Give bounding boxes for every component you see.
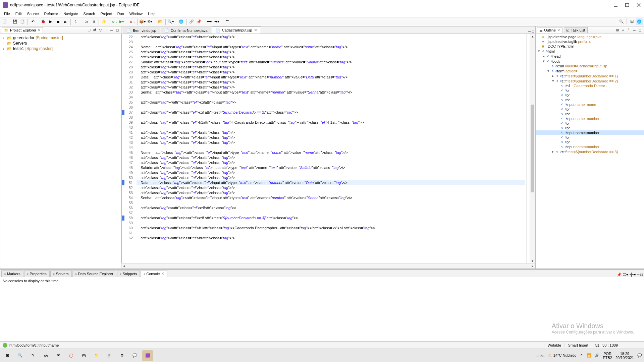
minimize-view-icon[interactable]: ─ [637, 273, 640, 277]
close-icon[interactable]: ✕ [38, 28, 41, 33]
links-label[interactable]: Links [536, 354, 544, 358]
open-type-icon[interactable]: 📂 [157, 18, 164, 25]
scroll-down-icon[interactable]: ▾ [530, 258, 535, 263]
open-perspective-icon[interactable]: 田 [629, 18, 635, 25]
outline-item[interactable]: < >br [536, 140, 644, 144]
menu-source[interactable]: Source [24, 11, 42, 16]
menu-file[interactable]: File [1, 11, 13, 16]
step-button[interactable]: ⏭ [62, 18, 69, 25]
outline-item[interactable]: < >h1 : Cadatrando Diretor... [536, 83, 644, 88]
eclipse-taskbar-icon[interactable]: 🟪 [142, 350, 153, 361]
outline-tab[interactable]: ☰ Outline ✕ [537, 27, 562, 33]
outline-item[interactable]: < >c:url value=/CadastrarInput.jsp [536, 64, 644, 68]
outline-menu-icon[interactable]: ⋮ [626, 28, 631, 33]
editor-maximize-icon[interactable]: □ [532, 29, 534, 34]
outline-item[interactable]: < >br [536, 93, 644, 98]
explorer-icon[interactable]: 📁 [91, 350, 102, 361]
discord-icon[interactable]: 🎮 [78, 350, 89, 361]
outline-item[interactable]: ▸< >c:if test=${numberDeclarado == 3} [536, 149, 644, 154]
editor-tab[interactable]: 📄CadastrarInput.jsp✕ [212, 26, 261, 34]
external-tools-dropdown[interactable]: ⭘▾ [129, 18, 136, 25]
search-taskbar-icon[interactable]: 🔍 [15, 350, 25, 361]
outline-item[interactable]: < >input name=number [536, 116, 644, 121]
project-item[interactable]: ›📂gerenciador [Spring master] [0, 35, 121, 41]
java-ee-perspective-icon[interactable]: 🌐 [636, 18, 643, 25]
link-editor-icon[interactable]: ⇄ [92, 28, 97, 33]
minimize-button[interactable] [613, 2, 619, 8]
close-button[interactable] [636, 2, 641, 8]
new-button[interactable]: 📄 [1, 18, 8, 25]
outline-item[interactable]: < >br [536, 135, 644, 140]
scroll-right-icon[interactable]: ▸ [530, 263, 535, 268]
new-java-dropdown[interactable]: 📦▾ [139, 18, 146, 25]
maximize-view-icon[interactable]: □ [638, 28, 642, 33]
menu-project[interactable]: Project [98, 11, 114, 16]
notifications-icon[interactable]: 💬 [637, 353, 642, 358]
editor-minimize-icon[interactable]: ─ [528, 29, 531, 34]
minimize-view-icon[interactable]: ─ [109, 28, 114, 33]
bottom-tab-servers[interactable]: ▫Servers [50, 270, 72, 277]
code-area[interactable]: attr">class="tag"><attr">class="el">brat… [135, 34, 526, 263]
perspective-icon[interactable]: 🗔 [224, 18, 230, 25]
bottom-tab-markers[interactable]: ▫Markers [1, 270, 23, 277]
scroll-up-icon[interactable]: ▴ [530, 34, 535, 39]
skip-breakpoints-icon[interactable]: ⤵ [72, 18, 79, 25]
outline-item[interactable]: ◆jsp:directive.taglib prefix=c [536, 39, 644, 44]
quick-search-icon[interactable]: 🔍 [618, 18, 625, 25]
back-button[interactable]: ⬅▾ [206, 18, 213, 25]
debug-button[interactable]: 🐞 [40, 18, 47, 25]
publish-icon[interactable]: 🗂 [83, 18, 90, 25]
link-icon[interactable]: 🔗 [188, 18, 195, 25]
settings-icon[interactable]: ⚙ [117, 350, 127, 361]
console-display-icon[interactable]: 🖵▾ [623, 273, 628, 277]
outline-item[interactable]: < >br [536, 126, 644, 130]
project-explorer-tab[interactable]: 📁 Project Explorer ✕ [2, 27, 43, 33]
outline-item[interactable]: ▣DOCTYPE:html [536, 44, 644, 49]
outline-item[interactable]: < >br [536, 88, 644, 93]
pin-icon[interactable]: 📌 [196, 18, 202, 25]
menu-window[interactable]: Window [127, 11, 145, 16]
save-button[interactable]: 💾 [12, 18, 18, 25]
editor-tab[interactable]: 📄Bem-vindo.jsp [123, 27, 160, 34]
java-icon[interactable]: ☕ [104, 350, 115, 361]
outline-item[interactable]: ▸< >head [536, 54, 644, 59]
menu-help[interactable]: Help [145, 11, 158, 16]
opera-icon[interactable]: ◯ [66, 350, 76, 361]
outline-item[interactable]: < >input name=nome [536, 102, 644, 107]
console-new-icon[interactable]: ➕▾ [629, 273, 636, 277]
close-icon[interactable]: ✕ [557, 28, 560, 33]
collapse-all-icon[interactable]: ⊟ [87, 28, 91, 33]
outline-item[interactable]: < >br [536, 107, 644, 112]
project-item[interactable]: ›📂Servers [0, 41, 121, 46]
run-debug-dropdown[interactable]: ⭘▾ [111, 18, 118, 25]
close-icon[interactable]: ✕ [254, 28, 257, 33]
scroll-left-icon[interactable]: ◂ [121, 263, 127, 268]
outline-filter-icon[interactable]: ▽ [621, 28, 625, 33]
new-wizard-icon[interactable]: ✨ [101, 18, 107, 25]
editor-body[interactable]: 2223242526272829303132333435363738394041… [121, 34, 535, 263]
run-dropdown[interactable]: ▶▾ [118, 18, 125, 25]
outline-item[interactable]: ◆jsp:directive.page language=java [536, 35, 644, 39]
clock[interactable]: 18:29 20/10/2021 [615, 352, 634, 360]
start-button[interactable]: ⊞ [2, 350, 13, 361]
minimize-view-icon[interactable]: ─ [632, 28, 637, 33]
maximize-view-icon[interactable]: □ [640, 273, 643, 277]
outline-item[interactable]: < >br [536, 112, 644, 116]
editor-tab[interactable]: 📄ConfirmarNumber.java [161, 27, 211, 34]
outline-item[interactable]: ▾< >html [536, 49, 644, 54]
outline-item[interactable]: < >br [536, 98, 644, 102]
project-tree[interactable]: ›📂gerenciador [Spring master]›📂Servers ›… [0, 34, 121, 268]
save-all-button[interactable]: 📑 [19, 18, 26, 25]
back-nav-icon[interactable]: ↶ [30, 18, 36, 25]
menu-navigate[interactable]: Navigate [61, 11, 80, 16]
tray-chevron-icon[interactable]: ＾ [580, 353, 583, 358]
outline-tree[interactable]: ◆jsp:directive.page language=java◆jsp:di… [536, 34, 644, 268]
search-dropdown[interactable]: 🔍▾ [167, 18, 174, 25]
bottom-tab-snippets[interactable]: ▫Snippets [117, 270, 140, 277]
filter-icon[interactable]: ▽ [98, 28, 103, 33]
outline-item[interactable]: < >br [536, 121, 644, 126]
maximize-button[interactable] [625, 2, 630, 8]
outline-item[interactable]: ▾< >form action= [536, 68, 644, 73]
bottom-tab-data-source-explorer[interactable]: ▫Data Source Explorer [72, 270, 116, 277]
horizontal-scrollbar[interactable]: ◂ ▸ [121, 263, 535, 268]
